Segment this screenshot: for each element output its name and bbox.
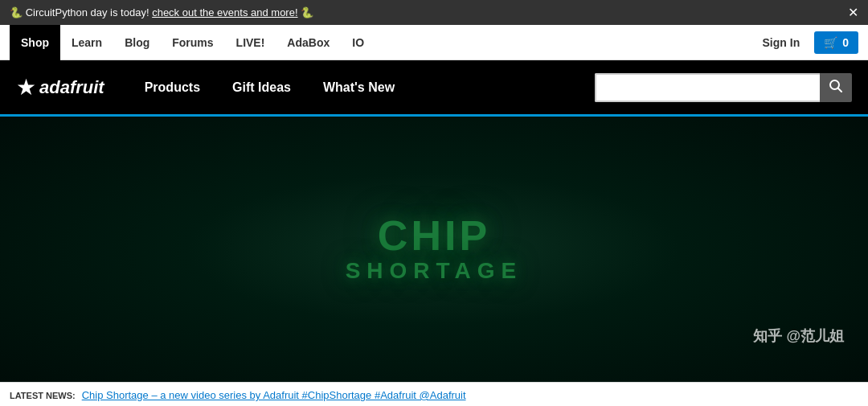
announcement-bar: 🐍 CircuitPython day is today! check out … <box>0 0 868 25</box>
main-nav-item-products[interactable]: Products <box>129 59 216 116</box>
top-nav-right-actions: Sign In 🛒 0 <box>755 31 858 54</box>
announcement-main-text: CircuitPython day is today! <box>26 6 149 18</box>
announcement-emoji-left: 🐍 <box>10 6 23 18</box>
logo-text: adafruit <box>39 77 104 98</box>
latest-news-link[interactable]: Chip Shortage – a new video series by Ad… <box>82 389 466 401</box>
top-nav: Shop Learn Blog Forums LIVE! AdaBox IO S… <box>0 25 868 60</box>
svg-line-1 <box>838 88 842 92</box>
search-icon <box>829 79 843 96</box>
top-nav-item-io[interactable]: IO <box>341 25 375 60</box>
main-nav-item-whats-new[interactable]: What's New <box>307 59 411 116</box>
cart-button[interactable]: 🛒 0 <box>814 31 858 54</box>
top-nav-item-learn[interactable]: Learn <box>60 25 113 60</box>
latest-news-bar: LATEST NEWS: Chip Shortage – a new video… <box>0 382 868 406</box>
top-nav-item-shop[interactable]: Shop <box>10 25 60 60</box>
top-nav-item-forums[interactable]: Forums <box>161 25 224 60</box>
announcement-emoji-right: 🐍 <box>301 6 313 18</box>
search-input[interactable] <box>595 73 820 102</box>
top-nav-item-blog[interactable]: Blog <box>113 25 161 60</box>
cart-count: 0 <box>842 36 849 49</box>
main-header: ★ adafruit Products Gift Ideas What's Ne… <box>0 60 868 117</box>
announcement-link[interactable]: check out the events and more! <box>152 6 297 18</box>
logo[interactable]: ★ adafruit <box>16 74 104 100</box>
latest-news-label: LATEST NEWS: <box>10 391 76 400</box>
sign-in-button[interactable]: Sign In <box>755 31 809 54</box>
chip-shortage-title: CHIP SHORTAGE <box>346 215 523 284</box>
chip-text: CHIP <box>346 215 523 256</box>
search-area <box>595 73 852 102</box>
top-nav-item-adabox[interactable]: AdaBox <box>276 25 341 60</box>
latest-news-text: Chip Shortage – a new video series by Ad… <box>82 389 466 401</box>
logo-star-icon: ★ <box>16 74 36 100</box>
announcement-close-button[interactable]: ✕ <box>848 5 858 20</box>
main-nav: Products Gift Ideas What's New <box>129 59 595 116</box>
announcement-text: 🐍 CircuitPython day is today! check out … <box>10 6 313 18</box>
search-button[interactable] <box>820 73 852 102</box>
top-nav-items: Shop Learn Blog Forums LIVE! AdaBox IO <box>10 25 755 60</box>
hero-video[interactable]: CHIP SHORTAGE 知乎 @范儿姐 <box>0 117 868 382</box>
shortage-text: SHORTAGE <box>346 258 523 284</box>
cart-icon: 🛒 <box>824 36 837 49</box>
hero-section: CHIP SHORTAGE 知乎 @范儿姐 LATEST NEWS: Chip … <box>0 117 868 406</box>
top-nav-item-live[interactable]: LIVE! <box>225 25 276 60</box>
main-nav-item-gift-ideas[interactable]: Gift Ideas <box>216 59 307 116</box>
